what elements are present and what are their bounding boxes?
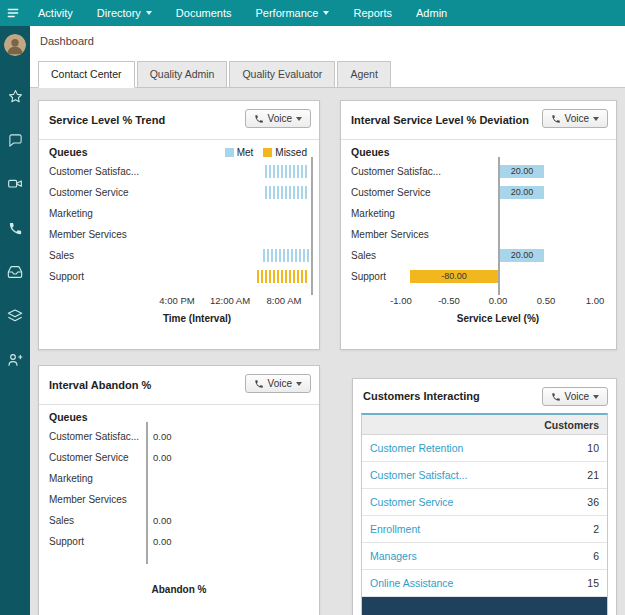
chevron-down-icon [296, 117, 302, 121]
video-icon[interactable] [0, 162, 30, 206]
phone-icon [551, 114, 561, 124]
bar-met [265, 186, 309, 199]
queue-link[interactable]: Customer Satisfact... [370, 469, 467, 481]
legend-swatch-met [225, 148, 234, 157]
voice-filter-button[interactable]: Voice [245, 374, 311, 393]
queue-label: Member Services [49, 228, 189, 241]
x-tick: 0.00 [489, 295, 508, 306]
table-row[interactable]: Managers 6 [362, 543, 607, 570]
nav-item-documents[interactable]: Documents [164, 0, 244, 26]
bar-met [263, 249, 309, 262]
table-row[interactable]: Customer Retention 10 [362, 435, 607, 462]
bar-positive: 20.00 [500, 165, 544, 178]
chart-legend: Met Missed [225, 147, 307, 158]
y-axis-title: Queues [49, 411, 88, 423]
y-axis-title: Queues [49, 146, 88, 158]
inbox-icon[interactable] [0, 250, 30, 294]
legend-item-missed: Missed [263, 147, 307, 158]
queue-label: Customer Satisfac... [49, 165, 189, 178]
x-tick: -1.00 [390, 295, 412, 306]
voice-filter-label: Voice [565, 113, 589, 124]
bar-value: 0.00 [153, 451, 172, 464]
tab-agent[interactable]: Agent [337, 61, 390, 88]
chevron-down-icon [593, 395, 599, 399]
nav-item-directory[interactable]: Directory [85, 0, 164, 26]
queue-label: Marketing [49, 207, 189, 220]
table-row-selected-partial[interactable] [362, 597, 607, 615]
queue-label: Customer Satisfac... [351, 165, 491, 178]
nav-item-reports[interactable]: Reports [341, 0, 404, 26]
layers-icon[interactable] [0, 294, 30, 338]
column-header: Customers [362, 415, 607, 435]
x-tick: 12:00 AM [210, 295, 250, 306]
table-row[interactable]: Customer Satisfact... 21 [362, 462, 607, 489]
queue-label: Member Services [49, 493, 141, 506]
bar-value: 0.00 [153, 535, 172, 548]
nav-item-label: Reports [353, 7, 392, 19]
app-menu-icon[interactable] [0, 6, 26, 20]
nav-item-label: Activity [38, 7, 73, 19]
voice-filter-button[interactable]: Voice [245, 109, 311, 128]
voice-filter-button[interactable]: Voice [542, 109, 608, 128]
customer-count: 6 [593, 550, 599, 562]
legend-swatch-missed [263, 148, 272, 157]
queue-label: Marketing [351, 207, 491, 220]
nav-item-label: Directory [97, 7, 141, 19]
nav-item-label: Admin [416, 7, 447, 19]
chevron-down-icon [296, 382, 302, 386]
queue-label: Member Services [351, 228, 491, 241]
x-tick: 8:00 AM [267, 295, 302, 306]
voice-filter-button[interactable]: Voice [542, 387, 608, 406]
nav-item-label: Documents [176, 7, 232, 19]
panel-title: Interval Service Level % Deviation [351, 114, 529, 126]
customer-count: 36 [587, 496, 599, 508]
bar-negative: -80.00 [410, 270, 498, 283]
breadcrumb: Dashboard [40, 35, 94, 47]
chat-icon[interactable] [0, 118, 30, 162]
bar-positive: 20.00 [500, 186, 544, 199]
bar-value: 0.00 [153, 514, 172, 527]
x-axis-title: Abandon % [152, 584, 207, 595]
axis-line [311, 157, 313, 295]
queue-label: Support [49, 535, 141, 548]
nav-item-performance[interactable]: Performance [244, 0, 342, 26]
divider [341, 139, 616, 140]
queue-link[interactable]: Online Assistance [370, 577, 453, 589]
table-row[interactable]: Customer Service 36 [362, 489, 607, 516]
nav-item-activity[interactable]: Activity [26, 0, 85, 26]
chevron-down-icon [323, 11, 329, 15]
bar-missed [257, 270, 309, 283]
avatar[interactable] [4, 34, 26, 56]
x-axis-title: Time (Interval) [163, 313, 231, 324]
x-axis-title: Service Level (%) [457, 313, 539, 324]
zero-axis-line [146, 422, 148, 564]
queue-link[interactable]: Customer Service [370, 496, 453, 508]
queue-label: Sales [49, 249, 189, 262]
x-tick: 0.50 [537, 295, 556, 306]
queue-link[interactable]: Customer Retention [370, 442, 463, 454]
add-contact-icon[interactable] [0, 338, 30, 382]
queue-link[interactable]: Managers [370, 550, 417, 562]
table-row[interactable]: Enrollment 2 [362, 516, 607, 543]
panel-title: Customers Interacting [363, 390, 480, 402]
sidebar [0, 26, 30, 615]
legend-item-met: Met [225, 147, 254, 158]
tab-contact-center[interactable]: Contact Center [38, 61, 135, 88]
tab-quality-evaluator[interactable]: Quality Evaluator [229, 61, 335, 88]
panel-title: Service Level % Trend [49, 114, 165, 126]
nav-item-admin[interactable]: Admin [404, 0, 459, 26]
star-icon[interactable] [0, 74, 30, 118]
top-nav: Activity Directory Documents Performance… [0, 0, 625, 26]
phone-icon[interactable] [0, 206, 30, 250]
legend-label: Missed [275, 147, 307, 158]
tab-quality-admin[interactable]: Quality Admin [137, 61, 228, 88]
panel-service-level-deviation: Interval Service Level % Deviation Voice… [340, 100, 617, 350]
dashboard-content: Service Level % Trend Voice Queues Met M… [30, 88, 625, 615]
table-row[interactable]: Online Assistance 15 [362, 570, 607, 597]
customer-count: 21 [587, 469, 599, 481]
bar-positive: 20.00 [500, 249, 544, 262]
y-axis-title: Queues [351, 146, 390, 158]
nav-item-label: Performance [256, 7, 319, 19]
phone-icon [254, 114, 264, 124]
queue-link[interactable]: Enrollment [370, 523, 420, 535]
